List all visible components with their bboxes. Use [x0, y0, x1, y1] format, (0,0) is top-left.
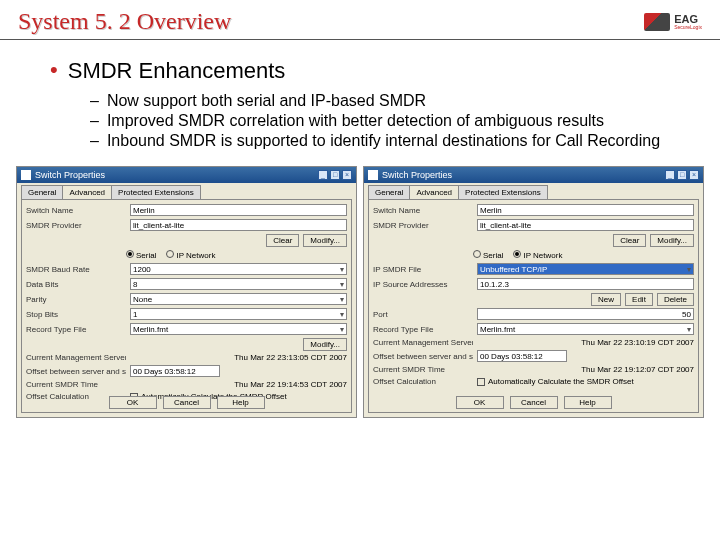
field-rectype[interactable]: Merlin.fmt — [477, 323, 694, 335]
value-cur-time: Thu Mar 22 23:10:19 CDT 2007 — [477, 338, 694, 347]
dialog-ip: Switch Properties _ □ × General Advanced… — [363, 166, 704, 418]
maximize-button[interactable]: □ — [677, 170, 687, 180]
bullet-level2: – Improved SMDR correlation with better … — [90, 112, 670, 130]
tab-general[interactable]: General — [21, 185, 63, 199]
dash-icon: – — [90, 132, 99, 150]
tab-advanced[interactable]: Advanced — [409, 185, 459, 199]
field-databits[interactable]: 8 — [130, 278, 347, 290]
field-ip-file[interactable]: Unbuffered TCP/IP — [477, 263, 694, 275]
titlebar: Switch Properties _ □ × — [17, 167, 356, 183]
minimize-button[interactable]: _ — [665, 170, 675, 180]
label-switch-name: Switch Name — [26, 206, 126, 215]
field-smdr-provider[interactable]: lit_client-at-lite — [130, 219, 347, 231]
dialog-serial: Switch Properties _ □ × General Advanced… — [16, 166, 357, 418]
radio-group: Serial IP Network — [126, 250, 347, 260]
help-button[interactable]: Help — [217, 396, 265, 409]
new-button[interactable]: New — [591, 293, 621, 306]
radio-group: Serial IP Network — [473, 250, 694, 260]
bullet-dot-icon: • — [50, 58, 58, 84]
modify-button[interactable]: Modify... — [650, 234, 694, 247]
label-port: Port — [373, 310, 473, 319]
ok-button[interactable]: OK — [109, 396, 157, 409]
dash-icon: – — [90, 92, 99, 110]
logo-icon — [644, 13, 670, 31]
radio-serial[interactable]: Serial — [473, 250, 503, 260]
field-offset[interactable]: 00 Days 03:58:12 — [477, 350, 567, 362]
logo-text-sub: SecureLogix — [674, 25, 702, 30]
close-button[interactable]: × — [689, 170, 699, 180]
dash-icon: – — [90, 112, 99, 130]
label-offset-srv: Offset between server and switch — [26, 367, 126, 376]
radio-serial[interactable]: Serial — [126, 250, 156, 260]
tab-advanced[interactable]: Advanced — [62, 185, 112, 199]
close-button[interactable]: × — [342, 170, 352, 180]
tab-strip: General Advanced Protected Extensions — [364, 183, 703, 199]
field-port[interactable]: 50 — [477, 308, 694, 320]
clear-button[interactable]: Clear — [266, 234, 299, 247]
field-parity[interactable]: None — [130, 293, 347, 305]
field-stopbits[interactable]: 1 — [130, 308, 347, 320]
field-baud[interactable]: 1200 — [130, 263, 347, 275]
checkbox-auto-calc[interactable]: Automatically Calculate the SMDR Offset — [477, 377, 634, 386]
dialog-buttons: OK Cancel Help — [22, 396, 351, 409]
label-smdr-provider: SMDR Provider — [26, 221, 126, 230]
dialog-buttons: OK Cancel Help — [369, 396, 698, 409]
window-icon — [368, 170, 378, 180]
value-smdr-time: Thu Mar 22 19:14:53 CDT 2007 — [130, 380, 347, 389]
slide-body: • SMDR Enhancements – Now support both s… — [0, 40, 720, 158]
bullet-l2-text: Inbound SMDR is supported to identify in… — [107, 132, 660, 150]
field-switch-name[interactable]: Merlin — [130, 204, 347, 216]
logo: EAG SecureLogix — [644, 13, 702, 31]
radio-ipnetwork[interactable]: IP Network — [166, 250, 215, 260]
slide-title: System 5. 2 Overview — [18, 8, 231, 35]
cancel-button[interactable]: Cancel — [163, 396, 211, 409]
label-rectype: Record Type File — [26, 325, 126, 334]
window-title: Switch Properties — [35, 170, 105, 180]
field-switch-name[interactable]: Merlin — [477, 204, 694, 216]
tab-strip: General Advanced Protected Extensions — [17, 183, 356, 199]
modify-button-2[interactable]: Modify... — [303, 338, 347, 351]
tab-protected[interactable]: Protected Extensions — [111, 185, 201, 199]
bullet-l2-text: Now support both serial and IP-based SMD… — [107, 92, 426, 110]
edit-button[interactable]: Edit — [625, 293, 653, 306]
screenshots-row: Switch Properties _ □ × General Advanced… — [0, 166, 720, 418]
bullet-l1-text: SMDR Enhancements — [68, 58, 286, 84]
tab-general[interactable]: General — [368, 185, 410, 199]
slide-header: System 5. 2 Overview EAG SecureLogix — [0, 0, 720, 40]
tab-protected[interactable]: Protected Extensions — [458, 185, 548, 199]
logo-text-main: EAG — [674, 14, 702, 25]
label-baud: SMDR Baud Rate — [26, 265, 126, 274]
label-offset-srv: Offset between server and switch — [373, 352, 473, 361]
delete-button[interactable]: Delete — [657, 293, 694, 306]
label-cur-time: Current Management Server Time — [373, 338, 473, 347]
window-title: Switch Properties — [382, 170, 452, 180]
window-icon — [21, 170, 31, 180]
label-parity: Parity — [26, 295, 126, 304]
label-databits: Data Bits — [26, 280, 126, 289]
clear-button[interactable]: Clear — [613, 234, 646, 247]
bullet-level2: – Now support both serial and IP-based S… — [90, 92, 670, 110]
bullet-level1: • SMDR Enhancements — [50, 58, 670, 84]
help-button[interactable]: Help — [564, 396, 612, 409]
tab-panel: Switch Name Merlin SMDR Provider lit_cli… — [21, 199, 352, 413]
radio-ipnetwork[interactable]: IP Network — [513, 250, 562, 260]
field-smdr-provider[interactable]: lit_client-at-lite — [477, 219, 694, 231]
value-smdr-time: Thu Mar 22 19:12:07 CDT 2007 — [477, 365, 694, 374]
ok-button[interactable]: OK — [456, 396, 504, 409]
maximize-button[interactable]: □ — [330, 170, 340, 180]
label-ip-file: IP SMDR File — [373, 265, 473, 274]
modify-button[interactable]: Modify... — [303, 234, 347, 247]
label-cur-time: Current Management Server Time — [26, 353, 126, 362]
field-ip-source[interactable]: 10.1.2.3 — [477, 278, 694, 290]
label-rectype: Record Type File — [373, 325, 473, 334]
minimize-button[interactable]: _ — [318, 170, 328, 180]
label-smdr-provider: SMDR Provider — [373, 221, 473, 230]
tab-panel: Switch Name Merlin SMDR Provider lit_cli… — [368, 199, 699, 413]
label-smdr-time: Current SMDR Time — [373, 365, 473, 374]
field-rectype[interactable]: Merlin.fmt — [130, 323, 347, 335]
bullet-level2: – Inbound SMDR is supported to identify … — [90, 132, 670, 150]
cancel-button[interactable]: Cancel — [510, 396, 558, 409]
label-stopbits: Stop Bits — [26, 310, 126, 319]
field-offset[interactable]: 00 Days 03:58:12 — [130, 365, 220, 377]
label-ip-source: IP Source Addresses — [373, 280, 473, 289]
